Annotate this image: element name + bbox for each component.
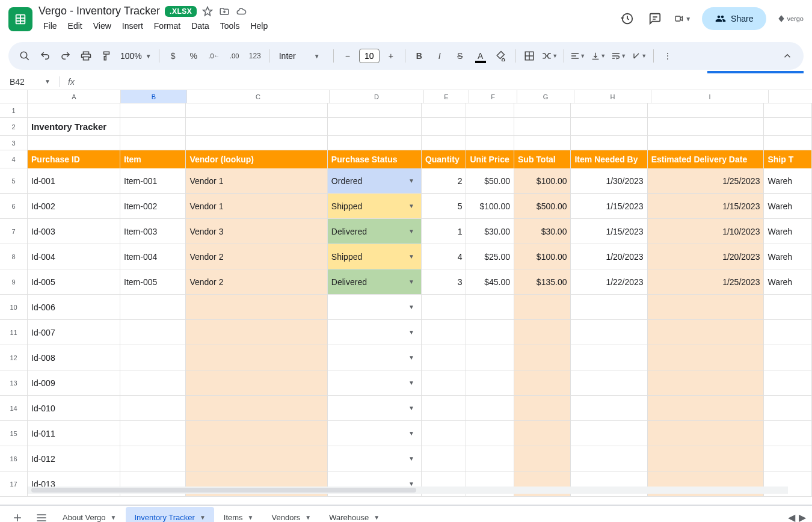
cell[interactable] xyxy=(120,320,186,345)
cell[interactable]: Item-002 xyxy=(120,194,186,218)
cell[interactable] xyxy=(466,345,514,370)
cell[interactable] xyxy=(120,118,186,135)
more-formats-icon[interactable]: 123 xyxy=(246,47,264,65)
column-header-G[interactable]: G xyxy=(517,90,574,103)
cell[interactable] xyxy=(571,320,647,345)
cell[interactable] xyxy=(648,370,764,395)
status-cell[interactable]: Delivered▼ xyxy=(328,219,422,244)
cell[interactable]: Vendor 3 xyxy=(186,219,327,244)
cell[interactable] xyxy=(422,345,467,370)
cell[interactable] xyxy=(514,370,571,395)
cell[interactable]: Id-007 xyxy=(28,320,120,345)
cell[interactable] xyxy=(648,320,764,345)
cell[interactable] xyxy=(186,421,327,446)
menu-help[interactable]: Help xyxy=(245,19,272,33)
cell[interactable] xyxy=(764,396,812,420)
cell[interactable] xyxy=(571,396,647,420)
cell[interactable] xyxy=(120,295,186,319)
cell[interactable] xyxy=(120,103,186,117)
cell[interactable]: 1/30/2023 xyxy=(571,168,647,193)
dropdown-icon[interactable]: ▼ xyxy=(407,177,416,184)
cell[interactable] xyxy=(422,103,467,117)
cell[interactable]: Item xyxy=(120,150,186,168)
print-icon[interactable] xyxy=(77,47,95,65)
menu-data[interactable]: Data xyxy=(186,19,214,33)
cell[interactable] xyxy=(120,446,186,471)
cell[interactable] xyxy=(186,446,327,471)
cell[interactable] xyxy=(764,446,812,471)
cell[interactable] xyxy=(571,370,647,395)
cell[interactable] xyxy=(764,370,812,395)
cell[interactable] xyxy=(514,295,571,319)
cell[interactable] xyxy=(120,421,186,446)
cell[interactable] xyxy=(328,118,422,135)
status-cell[interactable]: Shipped▼ xyxy=(328,194,422,218)
cell[interactable]: Item-005 xyxy=(120,269,186,294)
menu-insert[interactable]: Insert xyxy=(117,19,148,33)
add-sheet-icon[interactable] xyxy=(6,507,29,523)
cell[interactable]: 4 xyxy=(422,244,467,269)
cell[interactable] xyxy=(466,446,514,471)
cell[interactable] xyxy=(648,118,764,135)
cell[interactable] xyxy=(186,396,327,420)
cell[interactable] xyxy=(466,295,514,319)
cell[interactable]: Id-010 xyxy=(28,396,120,420)
all-sheets-icon[interactable] xyxy=(30,507,53,523)
row-header[interactable]: 11 xyxy=(0,320,28,345)
row-header[interactable]: 3 xyxy=(0,136,28,150)
cell[interactable] xyxy=(571,345,647,370)
cell[interactable]: Id-008 xyxy=(28,345,120,370)
cell[interactable] xyxy=(422,370,467,395)
cell[interactable] xyxy=(328,103,422,117)
cell[interactable]: 1/25/2023 xyxy=(648,269,764,294)
fill-color-icon[interactable] xyxy=(492,47,510,65)
cell[interactable]: 3 xyxy=(422,269,467,294)
cell[interactable]: Id-002 xyxy=(28,194,120,218)
dropdown-icon[interactable]: ▼ xyxy=(407,304,416,310)
move-icon[interactable] xyxy=(218,5,230,17)
menu-edit[interactable]: Edit xyxy=(63,19,87,33)
dropdown-icon[interactable]: ▼ xyxy=(407,278,416,285)
cell[interactable] xyxy=(764,421,812,446)
rotate-icon[interactable]: ▼ xyxy=(630,47,648,65)
row-header[interactable]: 8 xyxy=(0,244,28,269)
cell[interactable] xyxy=(422,136,467,150)
decrease-font-icon[interactable]: − xyxy=(339,47,357,65)
cell[interactable] xyxy=(648,421,764,446)
status-cell[interactable]: ▼ xyxy=(328,345,422,370)
cell[interactable] xyxy=(328,136,422,150)
cell[interactable]: Sub Total xyxy=(514,150,571,168)
increase-font-icon[interactable]: + xyxy=(382,47,400,65)
row-header[interactable]: 9 xyxy=(0,269,28,294)
cell[interactable]: 5 xyxy=(422,194,467,218)
status-cell[interactable]: ▼ xyxy=(328,446,422,471)
row-header[interactable]: 16 xyxy=(0,446,28,471)
cell[interactable] xyxy=(466,421,514,446)
menu-format[interactable]: Format xyxy=(149,19,185,33)
undo-icon[interactable] xyxy=(36,47,54,65)
cell[interactable] xyxy=(422,446,467,471)
cell[interactable]: 1/20/2023 xyxy=(571,244,647,269)
sheets-logo-icon[interactable] xyxy=(8,7,32,31)
cell[interactable] xyxy=(648,396,764,420)
cell[interactable]: $30.00 xyxy=(514,219,571,244)
cell[interactable]: 1/22/2023 xyxy=(571,269,647,294)
status-cell[interactable]: Shipped▼ xyxy=(328,244,422,269)
star-icon[interactable] xyxy=(201,5,214,17)
cell[interactable] xyxy=(764,118,812,135)
column-header-H[interactable]: H xyxy=(574,90,651,103)
cell[interactable]: Id-006 xyxy=(28,295,120,319)
cell[interactable]: Id-012 xyxy=(28,446,120,471)
decrease-decimal-icon[interactable]: .0← xyxy=(205,47,223,65)
horizontal-scrollbar[interactable] xyxy=(28,487,788,494)
cell[interactable] xyxy=(764,103,812,117)
select-all-corner[interactable] xyxy=(0,90,28,103)
cell[interactable] xyxy=(422,295,467,319)
row-header[interactable]: 1 xyxy=(0,103,28,117)
cell[interactable] xyxy=(514,136,571,150)
cell[interactable] xyxy=(571,446,647,471)
sheet-tab-warehouse[interactable]: Warehouse▼ xyxy=(321,507,388,523)
cell[interactable]: Purchase ID xyxy=(28,150,120,168)
cell[interactable]: Wareh xyxy=(764,194,812,218)
menu-file[interactable]: File xyxy=(38,19,62,33)
